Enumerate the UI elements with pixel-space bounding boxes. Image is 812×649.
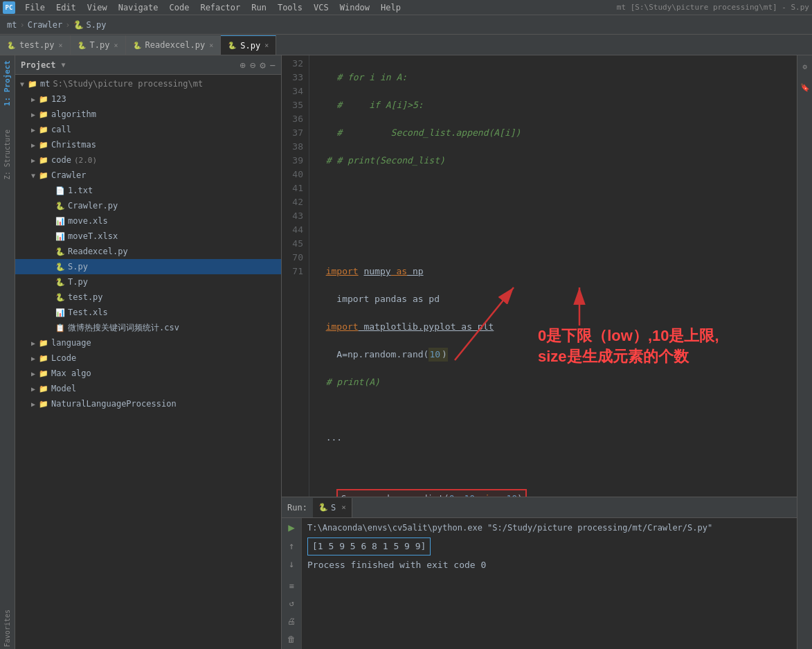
tree-item-crawlerpy[interactable]: 🐍 Crawler.py [15,198,281,213]
label-movexls: move.xls [68,216,108,226]
folder-icon-crawler: 📁 [39,171,48,180]
tab-t-py[interactable]: 🐍 T.py × [71,35,126,55]
arrow-call: ▶ [29,126,37,134]
label-nlp: NaturalLanguageProcession [51,399,177,409]
run-stop-btn[interactable]: 🗑 [285,632,298,646]
tree-item-movetxlsx[interactable]: 📊 moveT.xlsx [15,229,281,244]
menu-code[interactable]: Code [164,0,195,15]
run-finished-msg: Process finished with exit code 0 [307,558,791,572]
tree-item-language[interactable]: ▶ 📁 language [15,335,281,350]
arrow-code: ▶ [29,157,37,164]
project-panel-btn[interactable]: 1: Project [1,58,14,108]
run-scroll-up-btn[interactable]: ↑ [285,539,298,553]
code-line-42: A=np.random.rand(10) [315,348,791,362]
code-line-33: # if A[i]>5: [315,98,791,112]
run-reload-btn[interactable]: ↺ [285,596,298,610]
run-body: ▶ ↑ ↓ ≡ ↺ 🖨 🗑 T:\Anaconda\envs\cv5alit\p… [282,518,797,649]
menu-vcs[interactable]: VCS [308,0,334,15]
close-panel-icon[interactable]: − [270,60,276,71]
menu-navigate[interactable]: Navigate [113,0,164,15]
tab-test-py[interactable]: 🐍 test.py × [0,35,71,55]
close-test-py[interactable]: × [59,42,63,49]
run-tab-s[interactable]: 🐍 S × [313,498,352,517]
badge-code: (2.0) [74,156,97,165]
icon-movexls: 📊 [55,217,65,226]
menu-refactor[interactable]: Refactor [195,0,246,15]
tab-s-py[interactable]: 🐍 S.py × [221,35,276,55]
close-run-tab[interactable]: × [341,503,346,512]
icon-readexcelpy: 🐍 [55,247,65,256]
run-play-btn[interactable]: ▶ [285,521,298,535]
right-tab-1[interactable]: ⚙ [799,60,811,74]
right-tab-2[interactable]: 🔖 [799,80,811,94]
t-py-icon: 🐍 [78,42,86,49]
close-t-py[interactable]: × [114,42,118,49]
favorites-btn[interactable]: Favorites [1,607,13,649]
tree-item-model[interactable]: ▶ 📁 Model [15,381,281,396]
project-dropdown-icon[interactable]: ▼ [62,61,66,69]
arrow-maxalgo: ▶ [29,370,37,377]
run-print-btn[interactable]: 🖨 [285,614,298,628]
menu-help[interactable]: Help [375,0,406,15]
menu-view[interactable]: View [82,0,113,15]
code-editor: 32 33 34 35 36 37 38 39 40 41 42 43 44 4… [282,55,797,649]
tree-item-readexcelpy[interactable]: 🐍 Readexcel.py [15,244,281,259]
code-line-39: import numpy as np [315,265,791,278]
structure-btn[interactable]: Z: Structure [1,127,13,181]
tree-item-algorithm[interactable]: ▶ 📁 algorithm [15,107,281,122]
tree-item-spy[interactable]: 🐍 S.py [15,259,281,274]
menu-edit[interactable]: Edit [51,0,82,15]
window-title: mt [S:\Study\picture processing\mt] - S.… [617,3,809,12]
label-crawler: Crawler [51,170,87,180]
tree-item-1txt[interactable]: 📄 1.txt [15,183,281,198]
breadcrumb-file[interactable]: S.py [87,20,107,30]
icon-testpy: 🐍 [55,293,65,302]
menu-tools[interactable]: Tools [272,0,308,15]
run-format-btn[interactable]: ≡ [285,579,298,593]
right-side-tabs: ⚙ 🔖 [797,55,812,649]
label-1txt: 1.txt [68,186,93,195]
breadcrumb-mt[interactable]: mt [7,20,17,30]
code-content[interactable]: # for i in A: # if A[i]>5: # Second_list… [309,55,797,497]
breadcrumb-crawler[interactable]: Crawler [28,20,63,30]
arrow-algorithm: ▶ [29,111,37,118]
close-readexcel-py[interactable]: × [209,42,213,49]
settings-icon[interactable]: ⚙ [260,60,265,71]
menu-window[interactable]: Window [334,0,375,15]
tree-item-123[interactable]: ▶ 📁 123 [15,91,281,107]
tree-item-csv[interactable]: 📋 微博热搜关键词词频统计.csv [15,320,281,335]
label-csv: 微博热搜关键词词频统计.csv [68,322,179,334]
breadcrumb: mt › Crawler › 🐍 S.py [0,15,812,35]
run-tab-label: S [331,503,336,513]
folder-icon-language: 📁 [39,339,48,348]
run-scroll-down-btn[interactable]: ↓ [285,557,298,571]
tree-item-crawler[interactable]: ▼ 📁 Crawler [15,168,281,183]
tab-readexcel-py[interactable]: 🐍 Readexcel.py × [126,35,222,55]
tree-root[interactable]: ▼ 📁 mt S:\Study\picture processing\mt [15,76,281,91]
run-output-value: [1 5 9 5 6 8 1 5 9 9] [307,537,431,555]
collapse-all-icon[interactable]: ⊖ [250,60,255,71]
folder-icon-call: 📁 [39,125,48,134]
tree-item-christmas[interactable]: ▶ 📁 Christmas [15,137,281,152]
menu-file[interactable]: File [19,0,51,15]
tree-item-nlp[interactable]: ▶ 📁 NaturalLanguageProcession [15,396,281,411]
main-layout: 1: Project Z: Structure Favorites Projec… [0,55,812,649]
root-path: S:\Study\picture processing\mt [53,79,203,89]
tree-item-maxalgo[interactable]: ▶ 📁 Max algo [15,366,281,381]
line-numbers: 32 33 34 35 36 37 38 39 40 41 42 43 44 4… [282,55,309,497]
tree-item-testpy[interactable]: 🐍 test.py [15,290,281,305]
tree-item-call[interactable]: ▶ 📁 call [15,122,281,137]
tree-item-movexls[interactable]: 📊 move.xls [15,213,281,229]
code-line-40: import pandas as pd [315,292,791,306]
tree-item-lcode[interactable]: ▶ 📁 Lcode [15,350,281,366]
close-s-py[interactable]: × [264,42,269,49]
tree-item-code[interactable]: ▶ 📁 code (2.0) [15,152,281,168]
icon-crawlerpy: 🐍 [55,202,65,211]
tree-item-tpy[interactable]: 🐍 T.py [15,274,281,290]
readexcel-py-icon: 🐍 [133,42,141,49]
locate-file-icon[interactable]: ⊕ [240,60,245,71]
menu-run[interactable]: Run [246,0,272,15]
tree-item-testxls[interactable]: 📊 Test.xls [15,305,281,320]
code-line-44 [315,403,791,417]
label-code: code [51,155,71,165]
